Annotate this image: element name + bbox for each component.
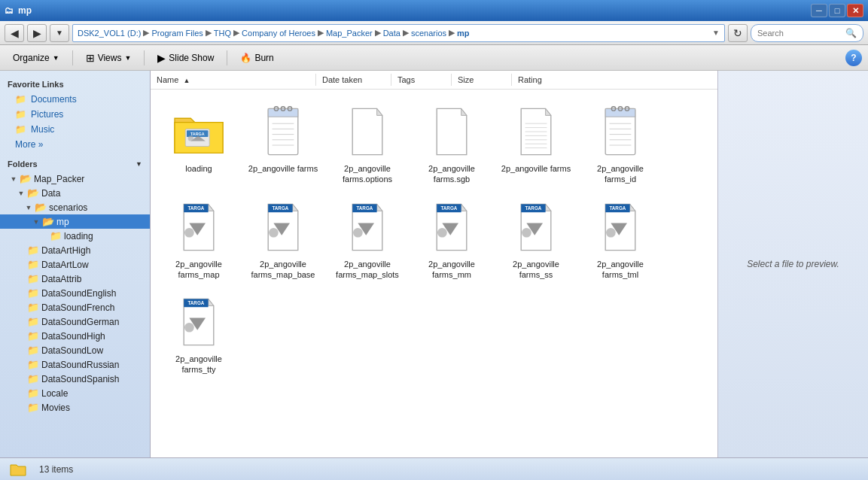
folder-icon: 📂 [35, 202, 47, 213]
organize-button[interactable]: Organize ▼ [6, 48, 66, 68]
maximize-button[interactable]: □ [829, 4, 845, 17]
tree-item-mp[interactable]: ▼📂mp [0, 214, 150, 229]
close-button[interactable]: ✕ [847, 4, 863, 17]
file-item[interactable]: 2p_angoville farms [495, 97, 577, 190]
tree-item-datasoundspanish[interactable]: 📁DataSoundSpanish [0, 372, 150, 386]
path-segment-6[interactable]: scenarios [411, 29, 446, 38]
sidebar-item-documents[interactable]: 📁 Documents [0, 92, 150, 107]
file-item[interactable]: 2p_angoville farms.sgb [411, 97, 492, 190]
tree-toggle-icon: ▼ [8, 175, 20, 183]
tree-item-locale[interactable]: 📁Locale [0, 386, 150, 400]
svg-text:TARGA: TARGA [272, 205, 288, 211]
svg-marker-51 [377, 204, 382, 211]
toolbar-divider-1 [72, 50, 73, 65]
forward-button[interactable]: ▶ [27, 24, 47, 42]
file-item[interactable]: 2p_angoville farms [242, 97, 324, 190]
pictures-icon: 📁 [15, 109, 26, 120]
tree-item-label: DataAttrib [41, 274, 81, 284]
file-item[interactable]: TARGA 2p_angoville farms_map_slots [327, 193, 408, 285]
svg-text:TARGA: TARGA [190, 132, 205, 136]
tree-item-datasoundgerman[interactable]: 📁DataSoundGerman [0, 314, 150, 329]
sidebar-item-pictures[interactable]: 📁 Pictures [0, 107, 150, 122]
tree-item-label: Movies [41, 403, 70, 413]
col-rating[interactable]: Rating [512, 74, 587, 86]
path-segment-1[interactable]: Program Files [151, 29, 203, 38]
tree-item-datasoundrussian[interactable]: 📁DataSoundRussian [0, 357, 150, 372]
col-date-taken[interactable]: Date taken [316, 74, 391, 86]
folder-icon: 📁 [27, 245, 39, 256]
views-button[interactable]: ⊞ Views ▼ [79, 48, 139, 68]
tree-item-dataartlow[interactable]: 📁DataArtLow [0, 257, 150, 272]
path-segment-4[interactable]: Map_Packer [326, 29, 373, 38]
file-item[interactable]: TARGA 2p_angoville farms_map_base [242, 193, 324, 285]
file-item[interactable]: TARGA 2p_angoville farms_mm [411, 193, 492, 285]
tree-item-datasoundlow[interactable]: 📁DataSoundLow [0, 343, 150, 357]
tree-item-label: loading [64, 231, 93, 242]
tree-item-label: DataSoundFrench [41, 302, 114, 313]
documents-label: Documents [31, 94, 77, 105]
file-item[interactable]: 2p_angoville farms_id [580, 97, 661, 190]
sidebar: Favorite Links 📁 Documents 📁 Pictures 📁 … [0, 71, 151, 457]
col-size[interactable]: Size [452, 74, 512, 86]
svg-point-4 [188, 135, 193, 141]
tree-toggle-icon: ▼ [15, 190, 27, 197]
file-icon-wrapper: TARGA [172, 197, 226, 257]
file-item[interactable]: TARGA 2p_angoville farms_tty [158, 287, 239, 380]
preview-panel: Select a file to preview. [717, 71, 868, 457]
file-icon-wrapper: TARGA [172, 292, 226, 352]
search-input[interactable] [757, 29, 845, 38]
sidebar-more-link[interactable]: More » [0, 137, 150, 152]
tree-item-scenarios[interactable]: ▼📂scenarios [0, 200, 150, 214]
minimize-button[interactable]: ─ [811, 4, 827, 17]
file-item[interactable]: TARGA loading [158, 97, 239, 190]
folder-icon: 📂 [42, 216, 54, 227]
path-segment-5[interactable]: Data [383, 29, 400, 38]
path-segment-0[interactable]: DSK2_VOL1 (D:) [78, 29, 141, 38]
tree-item-datasoundfrench[interactable]: 📁DataSoundFrench [0, 300, 150, 314]
tree-item-data[interactable]: ▼📂Data [0, 186, 150, 200]
col-name[interactable]: Name ▲ [151, 74, 316, 86]
slideshow-button[interactable]: ▶ Slide Show [151, 48, 221, 68]
svg-text:TARGA: TARGA [525, 205, 541, 211]
file-icon-wrapper: TARGA [172, 102, 226, 162]
file-item[interactable]: TARGA 2p_angoville farms_ss [495, 193, 577, 285]
help-button[interactable]: ? [845, 50, 862, 66]
svg-marker-18 [461, 108, 467, 115]
svg-point-43 [184, 227, 194, 237]
refresh-button[interactable]: ↻ [728, 24, 748, 42]
file-item[interactable]: TARGA 2p_angoville farms_tml [580, 193, 661, 285]
path-segment-2[interactable]: THQ [214, 29, 231, 38]
tree-item-datasoundhigh[interactable]: 📁DataSoundHigh [0, 329, 150, 343]
favorite-links-title: Favorite Links [0, 77, 150, 92]
file-item[interactable]: TARGA 2p_angoville farms_map [158, 193, 239, 285]
sidebar-item-music[interactable]: 📁 Music [0, 122, 150, 137]
file-item[interactable]: 2p_angoville farms.options [327, 97, 408, 190]
svg-point-55 [353, 227, 363, 237]
col-tags[interactable]: Tags [391, 74, 452, 86]
path-segment-7[interactable]: mp [457, 29, 470, 38]
file-icon-wrapper: TARGA [340, 197, 394, 257]
svg-point-73 [606, 227, 616, 237]
up-button[interactable]: ▼ [50, 24, 69, 42]
folder-icon: 📁 [27, 402, 39, 413]
tree-item-movies[interactable]: 📁Movies [0, 400, 150, 415]
views-label: Views [98, 53, 122, 63]
tree-item-label: DataSoundGerman [41, 317, 119, 327]
tree-item-datasoundenglish[interactable]: 📁DataSoundEnglish [0, 286, 150, 300]
address-path[interactable]: DSK2_VOL1 (D:) ▶ Program Files ▶ THQ ▶ C… [72, 24, 725, 42]
tree-item-dataattrib[interactable]: 📁DataAttrib [0, 272, 150, 286]
folder-tree: ▼📂Map_Packer▼📂Data▼📂scenarios▼📂mp📁loadin… [0, 172, 150, 415]
folders-header[interactable]: Folders ▼ [0, 156, 150, 172]
burn-button[interactable]: 🔥 Burn [233, 48, 280, 68]
tree-item-dataarthigh[interactable]: 📁DataArtHigh [0, 243, 150, 257]
tree-item-map_packer[interactable]: ▼📂Map_Packer [0, 172, 150, 186]
path-segment-3[interactable]: Company of Heroes [242, 29, 315, 38]
path-dropdown-icon[interactable]: ▼ [712, 29, 720, 37]
back-button[interactable]: ◀ [5, 24, 24, 42]
slideshow-label: Slide Show [169, 53, 214, 63]
tree-item-label: DataSoundSpanish [41, 374, 119, 384]
tree-item-loading[interactable]: 📁loading [0, 229, 150, 243]
tree-item-label: mp [56, 217, 69, 227]
search-box[interactable]: 🔍 [751, 24, 863, 42]
folder-icon: 📂 [27, 187, 39, 199]
